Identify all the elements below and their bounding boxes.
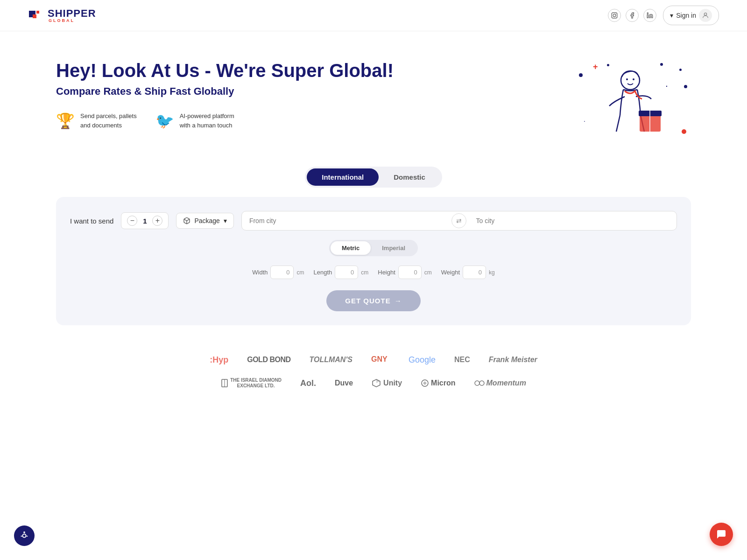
swap-button[interactable]: ⇄ xyxy=(451,213,466,228)
dot-sm-1: · xyxy=(584,117,585,125)
partner-diamond: THE ISRAEL DIAMONDEXCHANGE LTD. xyxy=(221,378,282,389)
imperial-button[interactable]: Imperial xyxy=(371,241,416,255)
chat-button[interactable] xyxy=(710,523,733,546)
dimensions-row: Width cm Length cm Height cm Weight kg xyxy=(70,266,677,279)
quantity-value: 1 xyxy=(141,217,148,225)
from-city-input[interactable] xyxy=(242,211,450,230)
unity-icon xyxy=(372,378,381,388)
width-input[interactable] xyxy=(270,266,294,279)
sign-in-button[interactable]: ▾ Sign in xyxy=(663,6,719,25)
diamond-logo-icon xyxy=(221,378,228,388)
arrow-right-icon: → xyxy=(395,297,402,305)
height-group: Height cm xyxy=(378,266,432,279)
svg-rect-6 xyxy=(647,14,648,18)
logo-icon xyxy=(28,7,45,24)
quantity-control: − 1 + xyxy=(121,212,169,229)
get-quote-label: GET QUOTE xyxy=(345,297,390,305)
partner-google: Google xyxy=(409,355,436,365)
partner-gny: GNY xyxy=(371,353,390,366)
form-row1: I want to send − 1 + Package ▾ ⇄ xyxy=(70,211,677,231)
international-tab[interactable]: International xyxy=(307,168,379,186)
svg-point-26 xyxy=(23,532,25,533)
hero-features: 🏆 Send parcels, palletsand documents 🐦 A… xyxy=(56,112,570,130)
logo-main-text: SHIPPER xyxy=(48,8,96,19)
facebook-icon[interactable] xyxy=(626,9,639,22)
package-select[interactable]: Package ▾ xyxy=(176,213,233,229)
svg-point-8 xyxy=(704,13,706,15)
chat-icon xyxy=(716,529,727,540)
micron-icon xyxy=(421,379,429,387)
to-city-input[interactable] xyxy=(468,211,677,230)
tab-group: International Domestic xyxy=(305,167,442,188)
package-label: Package xyxy=(194,217,219,224)
svg-point-7 xyxy=(647,13,648,14)
bird-icon: 🐦 xyxy=(155,112,174,130)
hero-title: Hey! Look At Us - We're Super Global! xyxy=(56,59,570,82)
accessibility-button[interactable] xyxy=(14,525,35,546)
partner-gold-bond: GOLD BOND xyxy=(247,356,290,364)
header: SHIPPER GLOBAL ▾ Sign in xyxy=(0,0,747,31)
svg-point-4 xyxy=(613,14,616,17)
logo: SHIPPER GLOBAL xyxy=(28,7,96,24)
partner-hyp: :Hyp xyxy=(210,355,228,365)
city-input-wrapper: ⇄ xyxy=(241,211,677,231)
weight-label: Weight xyxy=(441,269,460,276)
get-quote-button[interactable]: GET QUOTE → xyxy=(326,290,420,311)
partner-aol: Aol. xyxy=(300,378,316,388)
width-group: Width cm xyxy=(252,266,304,279)
partner-micron: Micron xyxy=(421,379,455,387)
metric-button[interactable]: Metric xyxy=(331,241,371,255)
instagram-icon[interactable] xyxy=(608,9,621,22)
length-label: Length xyxy=(313,269,332,276)
hero-illustration: + · · xyxy=(570,59,691,153)
domestic-tab[interactable]: Domestic xyxy=(379,168,440,186)
package-dropdown-arrow: ▾ xyxy=(224,217,227,224)
logo-sub-text: GLOBAL xyxy=(49,19,96,23)
dot-4 xyxy=(679,69,682,71)
partners-row-1: :Hyp GOLD BOND TOLLMAN'S GNY Google NEC … xyxy=(37,353,710,366)
feature-1-text: Send parcels, palletsand documents xyxy=(80,112,137,130)
quantity-decrease-button[interactable]: − xyxy=(127,216,137,226)
height-label: Height xyxy=(378,269,395,276)
partner-nec: NEC xyxy=(454,356,470,364)
feature-1: 🏆 Send parcels, palletsand documents xyxy=(56,112,137,130)
svg-rect-2 xyxy=(36,11,39,14)
svg-point-24 xyxy=(475,381,479,385)
svg-point-10 xyxy=(626,78,628,80)
gny-logo: GNY xyxy=(371,353,390,364)
partner-unity: Unity xyxy=(372,378,402,388)
partner-duve: Duve xyxy=(335,379,353,387)
partners-row-2: THE ISRAEL DIAMONDEXCHANGE LTD. Aol. Duv… xyxy=(37,378,710,389)
svg-text:GNY: GNY xyxy=(371,355,388,363)
dot-red xyxy=(682,129,686,134)
trophy-icon: 🏆 xyxy=(56,112,75,130)
length-unit: cm xyxy=(361,269,368,276)
dropdown-arrow-icon: ▾ xyxy=(670,12,673,19)
metric-toggle: Metric Imperial xyxy=(70,240,677,256)
header-right: ▾ Sign in xyxy=(608,6,719,25)
linkedin-icon[interactable] xyxy=(643,9,656,22)
svg-point-25 xyxy=(479,381,484,385)
svg-point-5 xyxy=(616,14,616,14)
metric-group: Metric Imperial xyxy=(329,240,418,256)
svg-line-12 xyxy=(616,115,620,132)
length-input[interactable] xyxy=(335,266,358,279)
hero-subtitle: Compare Rates & Ship Fast Globally xyxy=(56,85,570,98)
quantity-increase-button[interactable]: + xyxy=(152,216,162,226)
width-label: Width xyxy=(252,269,268,276)
social-icons xyxy=(608,9,656,22)
svg-point-11 xyxy=(633,78,634,80)
avatar xyxy=(699,9,712,22)
hero-section: Hey! Look At Us - We're Super Global! Co… xyxy=(0,31,747,167)
hero-content: Hey! Look At Us - We're Super Global! Co… xyxy=(56,59,570,144)
package-icon xyxy=(183,217,190,224)
width-unit: cm xyxy=(296,269,304,276)
weight-group: Weight kg xyxy=(441,266,495,279)
length-group: Length cm xyxy=(313,266,368,279)
sign-in-label: Sign in xyxy=(676,12,696,19)
weight-input[interactable] xyxy=(463,266,486,279)
dot-5 xyxy=(684,85,687,88)
partner-tollman: TOLLMAN'S xyxy=(310,356,352,364)
weight-unit: kg xyxy=(489,269,495,276)
height-input[interactable] xyxy=(398,266,422,279)
